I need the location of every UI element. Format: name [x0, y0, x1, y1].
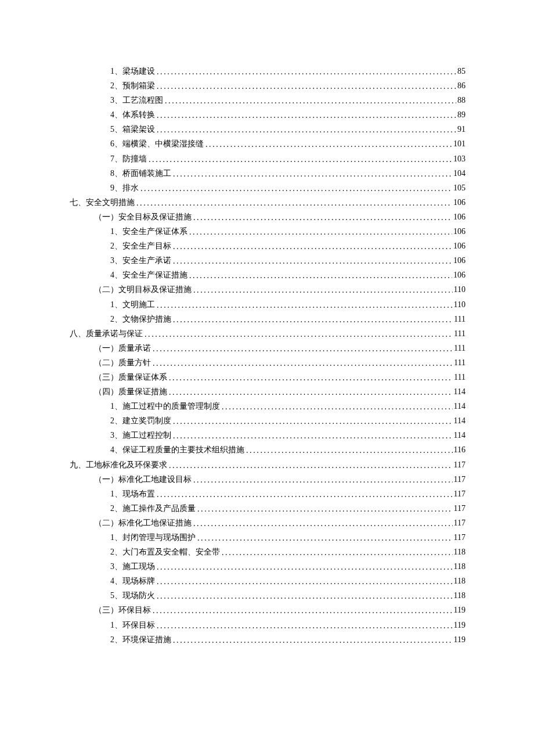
- toc-entry[interactable]: 2、施工操作及产品质量117: [70, 501, 466, 516]
- toc-entry[interactable]: 2、大门布置及安全帽、安全带118: [70, 545, 466, 559]
- toc-entry[interactable]: 九、工地标准化及环保要求117: [70, 458, 466, 472]
- toc-entry-page: 117: [453, 487, 466, 501]
- toc-entry-page: 111: [453, 312, 466, 326]
- toc-entry-label: （一）标准化工地建设目标: [94, 472, 192, 487]
- toc-entry-page: 117: [453, 501, 466, 516]
- toc-entry-label: 1、文明施工: [110, 297, 155, 312]
- toc-entry[interactable]: 8、桥面铺装施工104: [70, 166, 466, 181]
- toc-entry-label: （四）质量保证措施: [94, 384, 167, 399]
- toc-entry[interactable]: （三）质量保证体系111: [70, 370, 466, 384]
- toc-entry[interactable]: （四）质量保证措施114: [70, 384, 466, 399]
- toc-dot-leader: [197, 531, 453, 545]
- toc-entry[interactable]: 2、环境保证措施119: [70, 632, 466, 647]
- toc-entry[interactable]: 1、现场布置117: [70, 487, 466, 501]
- toc-entry[interactable]: 1、文明施工110: [70, 297, 466, 312]
- toc-entry-label: 九、工地标准化及环保要求: [70, 458, 167, 472]
- toc-dot-leader: [157, 589, 453, 603]
- table-of-contents: 1、梁场建设852、预制箱梁863、工艺流程图884、体系转换895、箱梁架设9…: [70, 64, 466, 647]
- toc-dot-leader: [173, 429, 453, 443]
- toc-entry[interactable]: 2、文物保护措施111: [70, 312, 466, 326]
- toc-entry[interactable]: 6、端横梁、中横梁湿接缝101: [70, 136, 466, 151]
- toc-entry[interactable]: 5、现场防火118: [70, 588, 466, 603]
- toc-dot-leader: [193, 283, 453, 297]
- toc-entry[interactable]: 1、安全生产保证体系106: [70, 224, 466, 239]
- toc-dot-leader: [136, 196, 452, 210]
- toc-dot-leader: [157, 108, 456, 123]
- toc-entry-label: 1、封闭管理与现场围护: [110, 530, 196, 545]
- toc-entry-label: 5、箱梁架设: [110, 122, 155, 136]
- toc-dot-leader: [157, 123, 456, 137]
- toc-entry[interactable]: 1、梁场建设85: [70, 64, 466, 78]
- toc-entry[interactable]: 4、体系转换89: [70, 107, 466, 122]
- toc-entry[interactable]: （一）安全目标及保证措施106: [70, 210, 466, 224]
- toc-dot-leader: [169, 370, 453, 385]
- toc-entry-page: 118: [453, 545, 466, 559]
- toc-entry-label: 3、安全生产承诺: [110, 253, 171, 268]
- toc-dot-leader: [173, 312, 453, 327]
- toc-entry-label: （三）环保目标: [94, 603, 151, 617]
- toc-entry[interactable]: 3、施工过程控制114: [70, 428, 466, 442]
- toc-entry-page: 117: [453, 472, 466, 487]
- toc-entry-label: （一）安全目标及保证措施: [94, 210, 192, 224]
- toc-entry[interactable]: 7、防撞墙103: [70, 152, 466, 166]
- toc-entry[interactable]: （一）质量承诺111: [70, 341, 466, 355]
- toc-entry-label: （二）质量方针: [94, 355, 151, 370]
- toc-dot-leader: [205, 137, 452, 152]
- toc-entry[interactable]: 1、封闭管理与现场围护117: [70, 530, 466, 545]
- toc-entry[interactable]: （一）标准化工地建设目标117: [70, 472, 466, 487]
- toc-entry[interactable]: 3、安全生产承诺106: [70, 253, 466, 268]
- toc-entry-label: 2、施工操作及产品质量: [110, 501, 196, 516]
- toc-entry[interactable]: 9、排水105: [70, 181, 466, 195]
- toc-entry[interactable]: 1、环保目标119: [70, 618, 466, 632]
- toc-dot-leader: [157, 560, 453, 574]
- toc-dot-leader: [173, 414, 453, 429]
- toc-dot-leader: [145, 327, 453, 341]
- toc-entry-label: 2、安全生产目标: [110, 239, 171, 253]
- toc-entry[interactable]: 2、建立奖罚制度114: [70, 413, 466, 428]
- toc-entry[interactable]: （三）环保目标119: [70, 603, 466, 617]
- toc-entry-label: 2、大门布置及安全帽、安全带: [110, 545, 220, 559]
- toc-entry-page: 117: [453, 530, 466, 545]
- toc-dot-leader: [153, 603, 453, 618]
- toc-entry[interactable]: 2、安全生产目标106: [70, 239, 466, 253]
- toc-entry-page: 105: [452, 181, 466, 195]
- toc-entry[interactable]: 5、箱梁架设91: [70, 122, 466, 136]
- toc-entry[interactable]: 1、施工过程中的质量管理制度114: [70, 399, 466, 413]
- toc-entry[interactable]: 2、预制箱梁86: [70, 78, 466, 93]
- toc-entry-label: 2、文物保护措施: [110, 312, 171, 326]
- toc-entry-label: 5、现场防火: [110, 588, 155, 603]
- toc-entry-page: 117: [453, 458, 466, 472]
- toc-entry-label: 7、防撞墙: [110, 152, 147, 166]
- toc-entry[interactable]: 4、安全生产保证措施106: [70, 268, 466, 282]
- toc-entry[interactable]: 3、工艺流程图88: [70, 93, 466, 107]
- toc-entry-label: 2、预制箱梁: [110, 78, 155, 93]
- toc-dot-leader: [193, 473, 453, 487]
- toc-entry-page: 119: [453, 603, 466, 617]
- toc-dot-leader: [157, 298, 453, 312]
- toc-entry[interactable]: （二）质量方针111: [70, 355, 466, 370]
- toc-entry-page: 114: [453, 428, 466, 442]
- toc-entry-page: 86: [456, 78, 466, 93]
- toc-entry[interactable]: 4、现场标牌118: [70, 574, 466, 588]
- toc-entry-page: 114: [453, 413, 466, 428]
- toc-entry[interactable]: 4、保证工程质量的主要技术组织措施116: [70, 442, 466, 457]
- toc-entry[interactable]: 七、安全文明措施106: [70, 195, 466, 210]
- toc-entry-label: 4、体系转换: [110, 107, 155, 122]
- toc-dot-leader: [189, 268, 452, 283]
- toc-entry-page: 111: [453, 326, 466, 341]
- toc-entry[interactable]: （二）标准化工地保证措施117: [70, 516, 466, 530]
- toc-entry-page: 110: [453, 282, 466, 297]
- toc-entry-page: 106: [452, 224, 466, 239]
- toc-dot-leader: [149, 152, 452, 167]
- toc-entry[interactable]: 3、施工现场118: [70, 559, 466, 574]
- toc-entry-label: 8、桥面铺装施工: [110, 166, 171, 181]
- toc-entry-page: 106: [452, 253, 466, 268]
- toc-entry[interactable]: 八、质量承诺与保证111: [70, 326, 466, 341]
- toc-entry-label: 2、环境保证措施: [110, 632, 171, 647]
- toc-dot-leader: [157, 618, 453, 633]
- toc-entry-page: 119: [453, 618, 466, 632]
- toc-dot-leader: [173, 167, 452, 181]
- toc-entry-label: 4、安全生产保证措施: [110, 268, 187, 282]
- toc-entry[interactable]: （二）文明目标及保证措施110: [70, 282, 466, 297]
- toc-dot-leader: [153, 341, 453, 356]
